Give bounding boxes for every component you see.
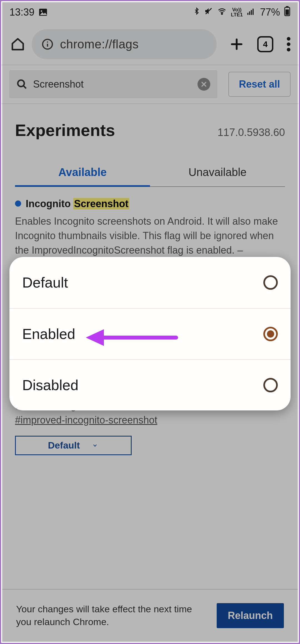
option-enabled[interactable]: Enabled	[9, 308, 291, 359]
radio-selected-icon	[263, 327, 278, 341]
radio-icon	[263, 275, 278, 290]
radio-icon	[263, 378, 278, 392]
option-default[interactable]: Default	[9, 257, 291, 308]
option-disabled[interactable]: Disabled	[9, 359, 291, 410]
dropdown-popup: Default Enabled Disabled	[9, 257, 291, 410]
